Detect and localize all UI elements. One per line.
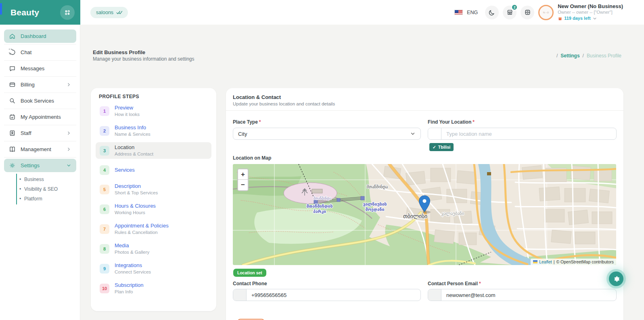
required-asterisk: * [479, 281, 481, 286]
map-label-district: მთაწმინდა [367, 185, 388, 189]
panel-subtitle: Update your business location and contac… [233, 101, 335, 106]
step-subtitle: Name & Services [115, 131, 151, 137]
sidebar-item-label: Management [21, 146, 61, 152]
sidebar-item-label: Messages [21, 65, 71, 72]
step-title: Media [115, 242, 149, 249]
required-asterisk: * [259, 119, 261, 125]
step-business-info[interactable]: 2 Business InfoName & Services [96, 122, 211, 139]
submenu-item-platform[interactable]: Platform [17, 194, 80, 204]
step-integrations[interactable]: 9 IntegrationsConnect Services [96, 260, 211, 277]
sidebar-item-label: Book Services [21, 98, 71, 104]
breadcrumb-separator: / [556, 53, 558, 59]
map-attribution: Leaflet | © OpenStreetMap contributors [531, 259, 616, 265]
step-number-badge: 10 [100, 284, 109, 293]
chevron-down-icon [410, 131, 416, 137]
leaflet-link[interactable]: Leaflet [539, 259, 552, 264]
step-location[interactable]: 3 LocationAddress & Contact [96, 142, 211, 159]
submenu-item-business[interactable]: Business [17, 175, 80, 184]
step-subtitle: Rules & Cancellation [115, 229, 169, 236]
selected-city-chip[interactable]: ✓ Tbilisi [429, 143, 454, 151]
workspace-chip[interactable]: saloons [90, 7, 128, 18]
breadcrumb-separator: / [583, 53, 584, 59]
workspace-chip-label: saloons [96, 10, 113, 15]
contact-email-input[interactable] [441, 289, 616, 301]
step-preview[interactable]: 1 PreviewHow it looks [96, 103, 211, 120]
step-subscription[interactable]: 10 SubscriptionPlan Info [96, 280, 211, 297]
contact-phone-input[interactable] [247, 289, 420, 301]
page-subtitle: Manage your business information and set… [93, 56, 194, 62]
zoom-in-button[interactable]: + [238, 169, 248, 180]
breadcrumb-settings-link[interactable]: Settings [560, 53, 579, 59]
search-icon [9, 97, 16, 104]
contact-phone-label: Contact Phone [233, 281, 267, 286]
sidebar-nav: Dashboard Chat Messages Billing Book Ser… [0, 29, 80, 204]
panels-button[interactable] [521, 6, 534, 19]
map-zoom-control: + − [237, 168, 249, 191]
step-appointment-policies[interactable]: 7 Appointment & PoliciesRules & Cancella… [96, 221, 211, 238]
notification-badge: 2 [511, 4, 518, 11]
floating-settings-button[interactable] [609, 272, 623, 286]
chevron-right-icon [66, 82, 71, 87]
chevron-right-icon [66, 131, 71, 136]
breadcrumb: / Settings / Business Profile [556, 53, 621, 59]
trial-row[interactable]: 119 days left [558, 16, 623, 21]
calendar-check-icon [9, 114, 16, 120]
divider [4, 141, 76, 141]
map-tiles: მთაწმინდის პარკი ვილნიუსის მოედანი მთაწმ… [233, 164, 616, 265]
step-services[interactable]: 4 Services [96, 162, 211, 178]
step-title: Appointment & Policies [115, 223, 169, 229]
check-icon: ✓ [433, 145, 436, 149]
credit-card-icon [9, 81, 16, 88]
sidebar-item-settings[interactable]: Settings [4, 159, 76, 172]
divider [4, 125, 76, 125]
chat-bubble-icon [9, 49, 16, 56]
panel-title: Location & Contact [233, 94, 281, 100]
sidebar-item-book-services[interactable]: Book Services [4, 94, 76, 107]
sidebar-item-chat[interactable]: Chat [4, 46, 76, 59]
step-number-badge: 6 [100, 204, 109, 214]
step-subtitle: Photos & Gallery [115, 249, 149, 255]
step-number-badge: 5 [100, 185, 109, 194]
language-label[interactable]: ENG [467, 10, 478, 15]
user-block: New Owner (No Business) Owner -- owner -… [558, 3, 623, 21]
chevron-down-icon [66, 163, 71, 168]
map-label-square: მოედანი [366, 207, 385, 212]
location-input-addon [428, 128, 441, 139]
home-icon [9, 33, 16, 40]
zoom-out-button[interactable]: − [238, 180, 248, 190]
step-number-badge: 9 [100, 264, 109, 274]
message-square-icon [9, 65, 16, 72]
sidebar-item-label: Billing [21, 82, 61, 88]
contact-email-label: Contact Person Email* [428, 281, 481, 286]
divider [4, 93, 76, 93]
sidebar-item-dashboard[interactable]: Dashboard [4, 29, 76, 43]
ukraine-flag-icon [533, 260, 537, 263]
step-number-badge: 3 [100, 146, 109, 156]
rows-icon [524, 8, 531, 16]
place-type-select[interactable]: City [233, 128, 421, 140]
app-logo: Beauty [10, 8, 39, 17]
step-number-badge: 4 [100, 165, 109, 175]
step-media[interactable]: 8 MediaPhotos & Gallery [96, 240, 211, 257]
sidebar-item-staff[interactable]: Staff [4, 126, 76, 140]
map-label-area: კალაუბანი [441, 211, 464, 216]
sidebar-item-management[interactable]: Management [4, 143, 76, 156]
avatar[interactable]: N--O [538, 5, 554, 20]
step-hours-closures[interactable]: 6 Hours & ClosuresWorking Hours [96, 201, 211, 218]
submenu-item-visibility-seo[interactable]: Visibility & SEO [17, 184, 80, 194]
step-description[interactable]: 5 DescriptionShort & Top Services [96, 181, 211, 198]
divider [4, 76, 76, 77]
sidebar-item-my-appointments[interactable]: My Appointments [4, 110, 76, 124]
map-label-square: ვილნიუსის [363, 202, 387, 206]
map-canvas[interactable]: მთაწმინდის პარკი ვილნიუსის მოედანი მთაწმ… [233, 164, 616, 265]
find-location-input[interactable] [441, 128, 616, 139]
phone-input-addon [233, 289, 247, 301]
store-button[interactable]: 2 [503, 6, 516, 19]
step-number-badge: 1 [100, 106, 109, 116]
apps-grid-button[interactable] [60, 5, 75, 20]
selected-city-label: Tbilisi [438, 145, 450, 149]
sidebar-item-billing[interactable]: Billing [4, 78, 76, 91]
sidebar-item-messages[interactable]: Messages [4, 62, 76, 75]
dark-mode-button[interactable] [485, 6, 499, 19]
step-subtitle: Working Hours [115, 210, 156, 216]
